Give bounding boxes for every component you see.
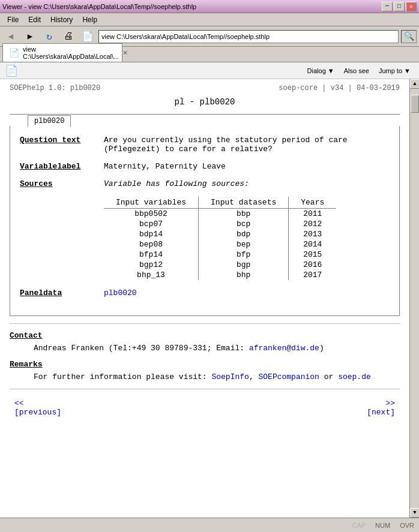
table-cell-var: bdp14 <box>104 229 199 239</box>
menu-history[interactable]: History <box>46 14 77 25</box>
scrollbar[interactable]: ▲ ▼ <box>409 79 419 518</box>
menu-bar: File Edit History Help <box>0 13 419 26</box>
minimize-button[interactable]: ─ <box>382 2 393 11</box>
table-cell-dataset: bgp <box>199 260 289 270</box>
dialog-button[interactable]: Dialog ▼ <box>304 66 338 76</box>
variable-label-label: Variablelabel <box>20 162 104 171</box>
tab-label: view C:\Users\skara\AppData\Local\... <box>23 46 119 60</box>
menu-file[interactable]: File <box>2 14 23 25</box>
table-row: bfp14 bfp 2015 <box>104 250 336 260</box>
address-icon: 📄 <box>82 31 94 43</box>
tab-close-button[interactable]: ✕ <box>122 49 128 57</box>
scroll-down-button[interactable]: ▼ <box>410 508 419 518</box>
prev-label-link[interactable]: [previous] <box>14 408 61 417</box>
nav-row: << [previous] >> [next] <box>10 396 400 419</box>
tab-icon: 📄 <box>9 48 19 58</box>
paneldata-row: Paneldata plb0020 <box>20 288 390 297</box>
refresh-icon: ↻ <box>46 31 52 43</box>
doc-icon: 📄 <box>5 64 18 77</box>
content-wrapper: SOEPhelp 1.0: plb0020 soep-core | v34 | … <box>0 79 419 518</box>
contact-text: Andreas Franken (Tel:+49 30 89789-331; E… <box>34 344 324 353</box>
tab-label-container: plb0020 <box>28 115 400 126</box>
maximize-button[interactable]: □ <box>394 2 405 11</box>
prev-arrow-link[interactable]: << <box>14 399 24 408</box>
table-row: bbp0502 bbp 2011 <box>104 209 336 220</box>
contact-text-end: ) <box>319 344 324 353</box>
table-cell-var: bhp_13 <box>104 270 199 280</box>
back-icon: ◀ <box>8 31 13 41</box>
remarks-link2[interactable]: SOEPcompanion <box>258 372 319 381</box>
menu-edit[interactable]: Edit <box>23 14 46 25</box>
jump-to-button[interactable]: Jump to ▼ <box>375 66 414 76</box>
sources-table: Input variables Input datasets Years bbp… <box>104 197 336 280</box>
title-bar-buttons: ─ □ ✕ <box>382 2 417 11</box>
next-arrow-link[interactable]: >> <box>385 399 395 408</box>
table-row: bdp14 bdp 2013 <box>104 229 336 239</box>
next-label-link[interactable]: [next] <box>367 408 395 417</box>
address-bar[interactable]: view C:\Users\skara\AppData\Local\Temp//… <box>98 30 399 43</box>
contact-text-before: Andreas Franken (Tel:+49 30 89789-331; E… <box>34 344 249 353</box>
content-header: SOEPhelp 1.0: plb0020 soep-core | v34 | … <box>10 84 400 92</box>
search-icon: 🔍 <box>404 31 414 41</box>
also-see-button[interactable]: Also see <box>340 66 373 76</box>
search-button[interactable]: 🔍 <box>401 30 417 43</box>
also-see-label: Also see <box>344 67 369 74</box>
nav-next: >> [next] <box>367 399 395 417</box>
paneldata-link[interactable]: plb0020 <box>104 288 137 297</box>
remarks-text: For further information please visit: So… <box>34 372 371 381</box>
address-text: view C:\Users\skara\AppData\Local\Temp//… <box>101 33 270 40</box>
close-button[interactable]: ✕ <box>406 2 417 11</box>
table-header-years: Years <box>289 197 337 209</box>
table-cell-dataset: bfp <box>199 250 289 260</box>
scroll-up-button[interactable]: ▲ <box>410 79 419 89</box>
table-cell-year: 2014 <box>289 239 337 250</box>
back-button[interactable]: ◀ <box>2 29 19 44</box>
page-title: pl - plb0020 <box>10 97 400 107</box>
sources-row: Sources Variable has following sources: … <box>20 179 390 280</box>
sources-intro: Variable has following sources: <box>104 179 249 188</box>
question-text-value: Are you currently using the statutory pe… <box>104 136 390 154</box>
question-text-row: Question text Are you currently using th… <box>20 136 390 154</box>
sources-label: Sources <box>20 179 104 188</box>
main-tab[interactable]: 📄 view C:\Users\skara\AppData\Local\... … <box>2 43 122 62</box>
paneldata-label: Paneldata <box>20 288 104 297</box>
print-icon: 🖨 <box>64 31 73 42</box>
table-cell-var: bgp12 <box>104 260 199 270</box>
contact-section: Contact Andreas Franken (Tel:+49 30 8978… <box>10 331 400 353</box>
table-cell-year: 2012 <box>289 219 337 229</box>
scroll-track[interactable] <box>410 89 419 508</box>
table-cell-var: bcp07 <box>104 219 199 229</box>
contact-email[interactable]: afranken@diw.de <box>249 344 319 353</box>
scroll-thumb[interactable] <box>411 95 419 113</box>
forward-icon: ▶ <box>28 31 32 41</box>
address-icon-button[interactable]: 📄 <box>79 29 96 44</box>
section-tab-label[interactable]: plb0020 <box>28 115 71 127</box>
num-status: NUM <box>375 522 390 529</box>
nav-prev: << [previous] <box>14 399 61 417</box>
header-right: soep-core | v34 | 04-03-2019 <box>279 84 400 92</box>
table-cell-dataset: bbp <box>199 209 289 220</box>
header-left: SOEPhelp 1.0: plb0020 <box>10 84 100 92</box>
variable-label-value: Maternity, Paternity Leave <box>104 162 390 171</box>
remarks-link1[interactable]: SoepInfo <box>211 372 249 381</box>
remarks-text-before: For further information please visit: <box>34 372 211 381</box>
table-cell-year: 2015 <box>289 250 337 260</box>
forward-button[interactable]: ▶ <box>22 29 38 44</box>
refresh-button[interactable]: ↻ <box>41 29 58 44</box>
dialog-label: Dialog <box>307 67 326 74</box>
print-button[interactable]: 🖨 <box>60 29 77 44</box>
table-cell-dataset: bdp <box>199 229 289 239</box>
table-cell-year: 2017 <box>289 270 337 280</box>
tab-bar: 📄 view C:\Users\skara\AppData\Local\... … <box>0 47 419 62</box>
separator-1 <box>10 323 400 324</box>
question-text-label: Question text <box>20 136 104 145</box>
remarks-link3[interactable]: soep.de <box>338 372 371 381</box>
jump-to-dropdown-arrow: ▼ <box>404 67 411 74</box>
remarks-text-middle: or <box>319 372 338 381</box>
table-row: bhp_13 bhp 2017 <box>104 270 336 280</box>
status-bar: CAP NUM OVR <box>0 518 419 532</box>
remarks-comma: , <box>249 372 259 381</box>
table-cell-dataset: bep <box>199 239 289 250</box>
menu-help[interactable]: Help <box>77 14 102 25</box>
remarks-label: Remarks <box>10 360 94 369</box>
